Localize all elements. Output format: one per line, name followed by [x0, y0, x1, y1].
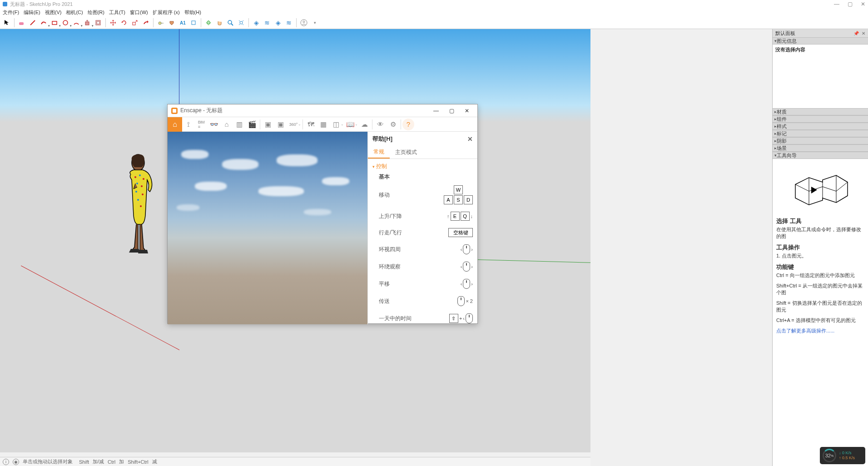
gauge-icon: 32% [823, 449, 836, 462]
enscape-settings-icon[interactable]: ⚙ [387, 118, 399, 131]
menu-help[interactable]: 帮助(H) [184, 9, 201, 16]
cursor-icon [811, 187, 817, 193]
orbit-tool[interactable] [203, 18, 213, 28]
menu-draw[interactable]: 绘图(R) [88, 9, 104, 16]
tray-header[interactable]: 默认面板 📌✕ [773, 29, 868, 37]
maximize-button[interactable]: ▢ [848, 1, 853, 7]
svg-point-13 [240, 21, 243, 24]
panel-styles[interactable]: 样式 [773, 123, 868, 130]
dimension-tool[interactable] [188, 18, 198, 28]
enscape-screenshot-icon[interactable]: ▣ [262, 118, 274, 131]
enscape-sync-icon[interactable]: ⟟ [182, 118, 195, 131]
panel-shadows[interactable]: 阴影 [773, 137, 868, 144]
help-tab-home[interactable]: 主页模式 [390, 146, 422, 159]
enscape-close-button[interactable]: ✕ [460, 108, 474, 114]
close-button[interactable]: ✕ [861, 1, 865, 7]
enscape-bim-icon[interactable]: BIM≡ [195, 118, 208, 131]
default-tray: 默认面板 📌✕ 图元信息 没有选择内容 材质 组件 样式 标记 阴影 场景 工具… [772, 29, 868, 466]
paint-tool[interactable] [167, 18, 177, 28]
mouse-icon [463, 262, 470, 272]
followme-tool[interactable] [141, 18, 151, 28]
dropdown-icon[interactable]: ▾ [310, 18, 320, 28]
enscape-asset-icon[interactable]: ▦ [317, 118, 330, 131]
panel-scenes[interactable]: 场景 [773, 144, 868, 152]
toolbar-separator [105, 18, 106, 27]
enscape-building-icon[interactable]: ▥ [233, 118, 246, 131]
panel-tags[interactable]: 标记 [773, 130, 868, 137]
user-icon[interactable] [299, 18, 309, 28]
rectangle-tool[interactable] [50, 18, 60, 28]
menu-view[interactable]: 视图(V) [45, 9, 62, 16]
circle-tool[interactable] [60, 18, 70, 28]
status-user-icon[interactable]: ◉ [13, 459, 19, 465]
menu-camera[interactable]: 相机(C) [66, 9, 83, 16]
eraser-tool[interactable] [17, 18, 27, 28]
svg-point-7 [159, 22, 161, 25]
enscape-binoculars-icon[interactable]: 👓 [208, 118, 220, 131]
instructor-fn4: Ctrl+A = 选择模型中所有可见的图元 [776, 317, 864, 324]
help-close-button[interactable]: ✕ [467, 135, 473, 143]
svg-point-25 [140, 205, 142, 207]
enscape-icon-1[interactable]: ◈ [251, 18, 261, 28]
enscape-minimize-button[interactable]: — [429, 108, 443, 114]
menu-tools[interactable]: 工具(T) [109, 9, 125, 16]
instructor-title: 选择 工具 [776, 217, 864, 225]
zoom-tool[interactable] [225, 18, 235, 28]
pan-tool[interactable] [214, 18, 224, 28]
mouse-icon [463, 244, 470, 254]
move-tool[interactable] [108, 18, 118, 28]
help-row-orbit: 环绕观察 ‹› [379, 262, 473, 272]
status-info-icon[interactable]: i [3, 459, 9, 465]
enscape-video-icon[interactable]: 🎬 [246, 118, 258, 131]
panel-materials[interactable]: 材质 [773, 108, 868, 115]
help-row-walkfly: 行走/飞行 空格键 [379, 228, 473, 237]
instructor-more-link[interactable]: 点击了解更多高级操作...... [776, 327, 864, 334]
enscape-help-button[interactable]: ? [402, 119, 414, 130]
rotate-tool[interactable] [119, 18, 129, 28]
enscape-home-button[interactable]: ⌂ [168, 117, 182, 132]
freehand-tool[interactable] [39, 18, 49, 28]
enscape-house-icon[interactable]: ⌂ [220, 118, 233, 131]
help-row-teleport: 传送 × 2 [379, 296, 473, 306]
zoom-extents-tool[interactable] [236, 18, 246, 28]
enscape-maximize-button[interactable]: ▢ [445, 108, 458, 114]
enscape-eye-icon[interactable]: 👁 [374, 118, 387, 131]
offset-tool[interactable] [93, 18, 103, 28]
panel-entity-info[interactable]: 图元信息 [773, 37, 868, 45]
help-title: 帮助[H] [372, 135, 392, 143]
help-tab-general[interactable]: 常规 [368, 146, 390, 159]
help-content[interactable]: 控制 基本 移动 W A S D [368, 159, 477, 324]
line-tool[interactable] [28, 18, 38, 28]
svg-point-22 [135, 191, 137, 193]
toolbar-separator [201, 18, 201, 27]
enscape-map-icon[interactable]: 🗺 [304, 118, 317, 131]
shift-key-icon: ⇧ [449, 314, 458, 323]
enscape-titlebar[interactable]: Enscape - 无标题 — ▢ ✕ [168, 104, 477, 117]
tray-close-icon[interactable]: ✕ [862, 31, 865, 36]
minimize-button[interactable]: — [834, 1, 839, 7]
text-tool[interactable]: A1 [178, 18, 188, 28]
menu-edit[interactable]: 编辑(E) [24, 9, 40, 16]
arc-tool[interactable] [71, 18, 81, 28]
menu-bar: 文件(F) 编辑(E) 视图(V) 相机(C) 绘图(R) 工具(T) 窗口(W… [0, 8, 868, 16]
panel-instructor[interactable]: 工具向导 [773, 152, 868, 159]
svg-point-17 [134, 176, 136, 178]
status-hint: 单击或拖动以选择对象 [23, 458, 73, 465]
pushpull-tool[interactable] [82, 18, 92, 28]
enscape-batch-icon[interactable]: ▣ [274, 118, 287, 131]
enscape-upload-icon[interactable]: ☁ [358, 118, 371, 131]
tape-tool[interactable] [156, 18, 166, 28]
select-tool[interactable] [2, 18, 12, 28]
menu-window[interactable]: 窗口(W) [130, 9, 148, 16]
enscape-icon-4[interactable]: ≋ [284, 18, 294, 28]
pin-icon[interactable]: 📌 [853, 31, 859, 36]
enscape-icon-3[interactable]: ◈ [273, 18, 283, 28]
window-titlebar: 无标题 - SketchUp Pro 2021 — ▢ ✕ [0, 0, 868, 8]
help-section-control: 控制 [372, 163, 473, 170]
enscape-icon-2[interactable]: ≋ [262, 18, 272, 28]
enscape-render-viewport[interactable] [168, 132, 367, 324]
menu-file[interactable]: 文件(F) [3, 9, 19, 16]
panel-components[interactable]: 组件 [773, 115, 868, 123]
scale-tool[interactable] [130, 18, 140, 28]
menu-extensions[interactable]: 扩展程序 (x) [153, 9, 180, 16]
